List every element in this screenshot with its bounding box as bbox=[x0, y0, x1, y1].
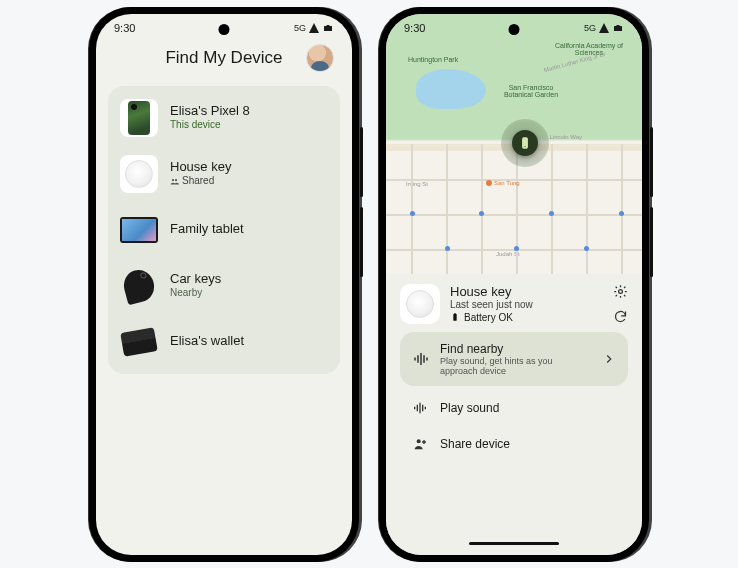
device-info: Elisa's Pixel 8 This device bbox=[170, 103, 250, 132]
share-device-label: Share device bbox=[440, 437, 510, 451]
status-time: 9:30 bbox=[114, 22, 135, 34]
device-detail-sheet: House key Last seen just now Battery OK … bbox=[386, 274, 642, 555]
status-right: 5G bbox=[294, 22, 334, 34]
screen-device-list: 9:30 5G Find My Device Elisa's Pixel 8 T… bbox=[96, 14, 352, 555]
battery-icon bbox=[612, 22, 624, 34]
device-subtitle: This device bbox=[170, 119, 250, 132]
svg-rect-8 bbox=[453, 314, 456, 321]
map-label-botanical: San Francisco Botanical Garden bbox=[496, 84, 566, 98]
play-sound-button[interactable]: Play sound bbox=[400, 394, 628, 422]
sheet-controls bbox=[613, 284, 628, 324]
map-road bbox=[621, 144, 623, 274]
signal-icon bbox=[308, 22, 320, 34]
detail-device-name: House key bbox=[450, 284, 533, 299]
shared-label: Shared bbox=[182, 175, 214, 188]
map-road bbox=[411, 144, 413, 274]
device-thumbnail bbox=[120, 155, 158, 193]
map-view[interactable]: Huntington Park San Francisco Botanical … bbox=[386, 14, 642, 274]
svg-point-7 bbox=[524, 145, 525, 146]
phone-right: 9:30 5G Huntington Park San Francisco Bo… bbox=[379, 7, 649, 562]
device-item-tablet[interactable]: Family tablet bbox=[108, 202, 340, 258]
find-nearby-title: Find nearby bbox=[440, 342, 592, 356]
svg-point-3 bbox=[175, 179, 177, 181]
find-nearby-button[interactable]: Find nearby Play sound, get hints as you… bbox=[400, 332, 628, 386]
map-road bbox=[481, 144, 483, 274]
find-nearby-subtitle: Play sound, get hints as you approach de… bbox=[440, 356, 592, 376]
device-info: Elisa's wallet bbox=[170, 333, 244, 349]
transit-stop-icon bbox=[445, 246, 450, 251]
camera-cutout bbox=[509, 24, 520, 35]
transit-stop-icon bbox=[619, 211, 624, 216]
settings-icon[interactable] bbox=[613, 284, 628, 299]
device-info: House key Shared bbox=[170, 159, 231, 188]
sound-wave-icon bbox=[412, 350, 430, 368]
device-thumbnail bbox=[120, 211, 158, 249]
poi-label: San Tung bbox=[494, 180, 520, 186]
device-item-wallet[interactable]: Elisa's wallet bbox=[108, 314, 340, 370]
sheet-header: House key Last seen just now Battery OK bbox=[400, 284, 628, 324]
map-lake bbox=[416, 69, 486, 109]
svg-rect-0 bbox=[324, 26, 332, 31]
device-subtitle: Shared bbox=[170, 175, 231, 188]
profile-avatar[interactable] bbox=[306, 44, 334, 72]
battery-icon bbox=[322, 22, 334, 34]
detail-battery: Battery OK bbox=[450, 312, 533, 323]
transit-stop-icon bbox=[410, 211, 415, 216]
status-right: 5G bbox=[584, 22, 624, 34]
transit-stop-icon bbox=[514, 246, 519, 251]
transit-stop-icon bbox=[584, 246, 589, 251]
device-name: Car keys bbox=[170, 271, 221, 287]
sheet-info: House key Last seen just now Battery OK bbox=[450, 284, 533, 323]
app-header: Find My Device bbox=[96, 38, 352, 86]
play-sound-label: Play sound bbox=[440, 401, 499, 415]
device-thumbnail bbox=[120, 323, 158, 361]
device-name: Elisa's Pixel 8 bbox=[170, 103, 250, 119]
svg-point-2 bbox=[172, 179, 174, 181]
status-time: 9:30 bbox=[404, 22, 425, 34]
device-thumbnail bbox=[120, 99, 158, 137]
device-item-carkeys[interactable]: Car keys Nearby bbox=[108, 258, 340, 314]
people-icon bbox=[170, 177, 179, 186]
device-info: Car keys Nearby bbox=[170, 271, 221, 300]
svg-point-11 bbox=[417, 439, 421, 443]
device-thumbnail bbox=[400, 284, 440, 324]
svg-point-10 bbox=[619, 289, 623, 293]
share-device-button[interactable]: Share device bbox=[400, 430, 628, 458]
chevron-right-icon bbox=[602, 352, 616, 366]
transit-stop-icon bbox=[479, 211, 484, 216]
device-name: House key bbox=[170, 159, 231, 175]
device-item-pixel8[interactable]: Elisa's Pixel 8 This device bbox=[108, 90, 340, 146]
battery-icon bbox=[450, 312, 460, 322]
device-item-housekey[interactable]: House key Shared bbox=[108, 146, 340, 202]
map-road bbox=[446, 144, 448, 274]
device-name: Elisa's wallet bbox=[170, 333, 244, 349]
device-name: Family tablet bbox=[170, 221, 244, 237]
device-location-pin[interactable] bbox=[501, 119, 549, 167]
svg-rect-4 bbox=[614, 26, 622, 31]
person-add-icon bbox=[412, 436, 428, 452]
status-net: 5G bbox=[584, 23, 596, 33]
map-label-academy: California Academy of Sciences bbox=[554, 42, 624, 56]
detail-last-seen: Last seen just now bbox=[450, 299, 533, 310]
sound-wave-icon bbox=[412, 400, 428, 416]
device-subtitle: Nearby bbox=[170, 287, 221, 300]
status-net: 5G bbox=[294, 23, 306, 33]
signal-icon bbox=[598, 22, 610, 34]
screen-device-detail: 9:30 5G Huntington Park San Francisco Bo… bbox=[386, 14, 642, 555]
home-indicator[interactable] bbox=[469, 542, 559, 545]
device-thumbnail bbox=[120, 267, 158, 305]
camera-cutout bbox=[219, 24, 230, 35]
svg-rect-9 bbox=[454, 313, 456, 314]
svg-rect-5 bbox=[617, 25, 620, 26]
map-label-irving: Irving St bbox=[406, 181, 428, 187]
map-road bbox=[386, 214, 642, 216]
battery-label: Battery OK bbox=[464, 312, 513, 323]
map-poi-santung: San Tung bbox=[486, 180, 520, 186]
page-title: Find My Device bbox=[114, 48, 334, 68]
map-road bbox=[551, 144, 553, 274]
action-text: Find nearby Play sound, get hints as you… bbox=[440, 342, 592, 376]
pin-icon bbox=[512, 130, 538, 156]
refresh-icon[interactable] bbox=[613, 309, 628, 324]
device-list: Elisa's Pixel 8 This device House key Sh… bbox=[108, 86, 340, 374]
map-road bbox=[586, 144, 588, 274]
